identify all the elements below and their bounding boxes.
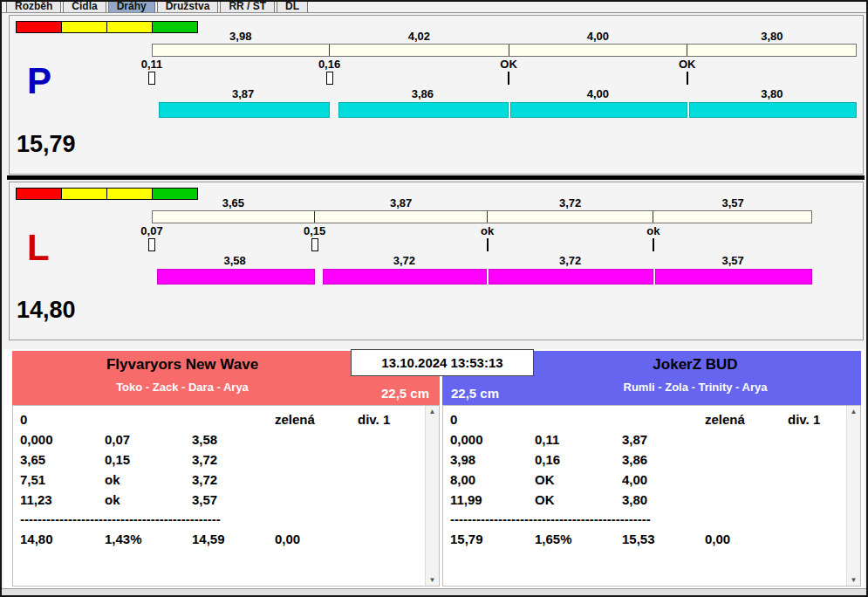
totals-row: 15,791,65%15,530,00 [450,529,843,549]
segment-time: 3,98 [152,30,330,44]
start-marker-line-icon [508,72,509,85]
split-bar [152,210,812,223]
tab-label: Čidla [72,2,97,12]
split-bar-segment [153,211,314,223]
lane-panel-p: P 3,984,024,003,80 0,110,16OKOK 3,873,86… [9,15,864,175]
gap [315,254,322,268]
data-cell: 0,000 [20,429,105,449]
result-row: 0,0000,113,87 [450,429,843,449]
traffic-light-cell [16,188,62,200]
split-bar-segment [329,45,508,56]
data-cell [358,429,421,449]
data-cell [275,449,358,470]
tab-družstva[interactable]: Družstva [157,2,219,13]
tab-čidla[interactable]: Čidla [63,2,106,13]
data-cell: 15,53 [622,529,705,549]
run-bar-segment [323,269,487,285]
run-times-row: 3,583,723,723,57 [152,254,812,268]
split-bar [152,44,857,57]
data-cell: ok [105,470,192,490]
data-cell: 0 [450,409,535,429]
tab-label: Rozběh [15,2,52,12]
run-bar-segment [338,102,509,118]
tab-dráhy[interactable]: Dráhy [108,2,155,13]
split-bar-segment [509,45,687,56]
result-row: 3,980,163,86 [450,449,843,470]
run-time: 4,00 [509,87,687,101]
results-grid: 0zelenádiv. 10,0000,113,873,980,163,868,… [450,409,843,549]
segment-time: 3,87 [315,196,488,210]
start-marker-box-icon [148,72,155,85]
data-cell: 0,00 [705,529,788,549]
segment-time: 3,72 [488,196,653,210]
data-cell [705,449,788,470]
data-cell: 4,00 [622,470,705,490]
data-cell [358,449,421,470]
team-results-right: 0zelenádiv. 10,0000,113,873,980,163,868,… [442,405,861,587]
start-labels-row: 0,070,15okok [152,225,812,237]
run-time: 3,80 [687,87,857,101]
data-cell [358,470,421,490]
segment-time: 3,80 [687,30,857,44]
data-cell: 3,80 [622,490,705,510]
app-window: RozběhČidlaDráhyDružstvaRR / STDL P 3,98… [0,0,868,597]
data-cell: 14,59 [192,529,275,549]
scroll-down-icon[interactable]: ▼ [851,576,858,584]
start-markers-row [152,72,857,86]
segment-time: 4,02 [330,30,509,44]
start-marker-box-icon [148,238,155,251]
run-times-row: 3,873,864,003,80 [152,87,857,101]
run-bar-segment [157,269,315,285]
start-marker-box-icon [326,72,333,85]
data-cell [788,429,843,449]
start-marker-line-icon [487,238,489,251]
tab-rozběh[interactable]: Rozběh [6,2,61,13]
start-delay-label: 0,11 [141,58,163,71]
scroll-up-icon[interactable]: ▲ [429,408,436,415]
data-cell: OK [535,470,622,490]
result-row: 11,99OK3,80 [450,490,843,510]
vertical-scrollbar[interactable]: ▲ ▼ [425,406,439,586]
start-delay-label: OK [679,58,696,71]
scroll-down-icon[interactable]: ▼ [429,576,436,584]
split-bar-segment [153,45,329,56]
separator-row: ----------------------------------------… [450,510,843,529]
team-dogs: Toko - Zack - Dara - Arya [12,381,440,394]
data-cell [788,470,843,490]
traffic-light-cell [61,21,107,33]
start-labels-row: 0,110,16OKOK [152,58,857,71]
run-bar-segment [159,102,330,118]
start-markers-row [152,238,812,252]
run-time: 3,58 [155,254,315,268]
run-bar-segment [510,102,687,118]
scroll-up-icon[interactable]: ▲ [851,408,858,415]
data-cell [358,529,421,549]
tab-dl[interactable]: DL [277,2,308,13]
data-cell: 3,98 [450,449,535,470]
data-cell: 3,58 [192,429,275,449]
start-delay-label: 0,07 [140,225,162,237]
tab-rr-st[interactable]: RR / ST [220,2,275,13]
result-row: 3,650,153,72 [20,449,421,470]
data-cell: 1,65% [535,529,622,549]
result-row: 7,51ok3,72 [20,470,421,490]
tab-label: Družstva [166,2,210,12]
teams-section: Flyvaryors New Wave Toko - Zack - Dara -… [3,349,865,588]
data-cell [358,490,421,510]
data-cell: zelená [705,409,788,429]
run-time: 3,72 [488,254,653,268]
run-bar-segment [655,269,813,285]
traffic-light-cell [61,188,107,200]
tab-label: Dráhy [117,2,147,12]
start-delay-label: 0,16 [318,58,340,71]
data-cell [788,490,843,510]
gap [315,269,322,285]
data-cell [705,490,788,510]
data-cell: 0 [20,409,105,429]
vertical-scrollbar[interactable]: ▲ ▼ [846,406,860,586]
data-cell [705,470,788,490]
data-cell: 0,00 [275,529,358,549]
segment-time: 4,00 [509,30,687,44]
data-cell [275,490,358,510]
data-cell: 8,00 [450,470,535,490]
